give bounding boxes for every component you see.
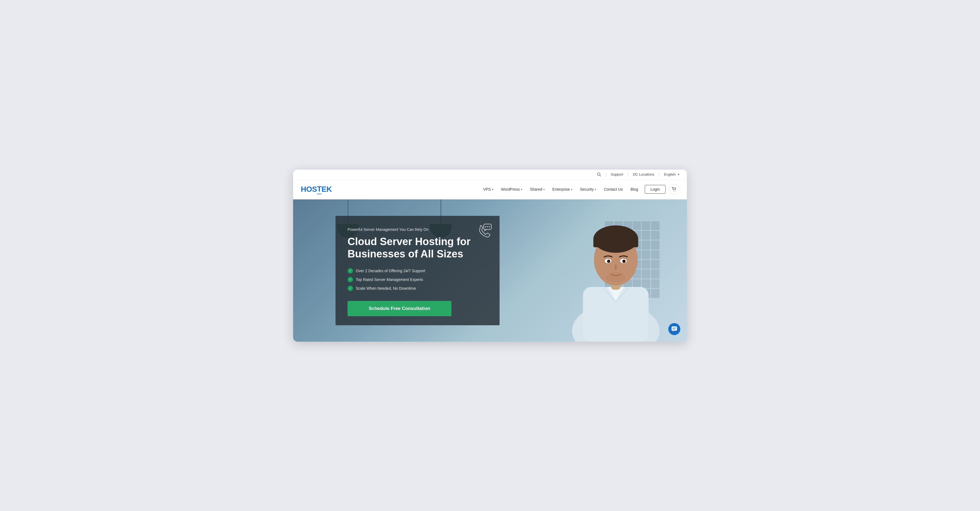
nav-item-contact[interactable]: Contact Us [600,185,626,194]
vps-chevron-icon: ▾ [492,188,493,191]
svg-line-1 [600,175,601,177]
chat-widget-button[interactable] [668,323,680,335]
hero-feature-2: ✓ Top Rated Server Management Experts [348,277,488,282]
utility-bar: | Support | DC Locations | English ▾ [293,170,687,180]
search-icon [597,172,601,177]
svg-point-15 [606,272,625,282]
hero-person-area [470,199,687,342]
dc-locations-link[interactable]: DC Locations [633,172,654,177]
hero-section: Powerful Server Management You Can Rely … [293,199,687,342]
chat-icon [671,326,677,332]
person-illustration [561,199,670,342]
check-icon-2: ✓ [348,277,353,282]
phone-chat-icon [478,223,492,238]
svg-point-3 [675,191,675,191]
svg-rect-10 [593,239,638,247]
separator-2: | [628,172,628,177]
cart-icon [671,187,676,192]
logo-t-accent: T [317,185,321,194]
enterprise-chevron-icon: ▾ [571,188,572,191]
schedule-consultation-button[interactable]: Schedule Free Consultation [348,301,452,316]
nav-item-enterprise[interactable]: Enterprise ▾ [549,185,576,194]
hero-feature-1: ✓ Over 2 Decades of Offering 24/7 Suppor… [348,268,488,274]
check-icon-3: ✓ [348,286,353,291]
svg-point-14 [622,259,625,263]
language-chevron-icon: ▾ [678,173,679,176]
nav-item-vps[interactable]: VPS ▾ [480,185,496,194]
hero-feature-1-text: Over 2 Decades of Offering 24/7 Support [356,269,425,273]
nav-item-shared[interactable]: Shared ▾ [527,185,548,194]
svg-point-13 [607,259,610,263]
hero-feature-2-text: Top Rated Server Management Experts [356,277,423,282]
hero-feature-3-text: Scale When Needed, No Downtime [356,286,416,291]
nav-links: VPS ▾ WordPress ▾ Shared ▾ Enterprise ▾ … [480,184,679,194]
search-icon-button[interactable] [597,172,601,177]
svg-point-19 [489,226,490,227]
nav-item-blog[interactable]: Blog [627,185,641,194]
separator-1: | [605,172,606,177]
nav-item-security[interactable]: Security ▾ [577,185,600,194]
logo-text-2: EK [321,185,332,194]
shared-chevron-icon: ▾ [543,188,545,191]
login-button[interactable]: Login [645,185,665,194]
svg-rect-20 [671,326,677,331]
language-selector[interactable]: English ▾ [664,172,679,177]
hero-features-list: ✓ Over 2 Decades of Offering 24/7 Suppor… [348,268,488,291]
check-icon-1: ✓ [348,268,353,274]
hero-subtitle: Powerful Server Management You Can Rely … [348,227,488,232]
hero-phone-icon [478,223,492,239]
hero-title: Cloud Server Hosting for Businesses of A… [348,236,488,260]
svg-point-17 [485,226,486,227]
security-chevron-icon: ▾ [595,188,596,191]
cart-button[interactable] [669,184,679,194]
browser-frame: | Support | DC Locations | English ▾ HOS… [293,170,687,342]
separator-3: | [659,172,660,177]
nav-item-wordpress[interactable]: WordPress ▾ [498,185,525,194]
logo-text: HOS [301,185,317,194]
hero-content-panel: Powerful Server Management You Can Rely … [336,216,500,325]
hero-feature-3: ✓ Scale When Needed, No Downtime [348,286,488,291]
main-navbar: HOSTEK VPS ▾ WordPress ▾ Shared ▾ Enterp… [293,180,687,199]
support-link[interactable]: Support [611,172,623,177]
svg-point-2 [673,191,674,191]
site-logo[interactable]: HOSTEK [301,185,332,194]
wordpress-chevron-icon: ▾ [521,188,522,191]
svg-point-18 [487,226,488,227]
